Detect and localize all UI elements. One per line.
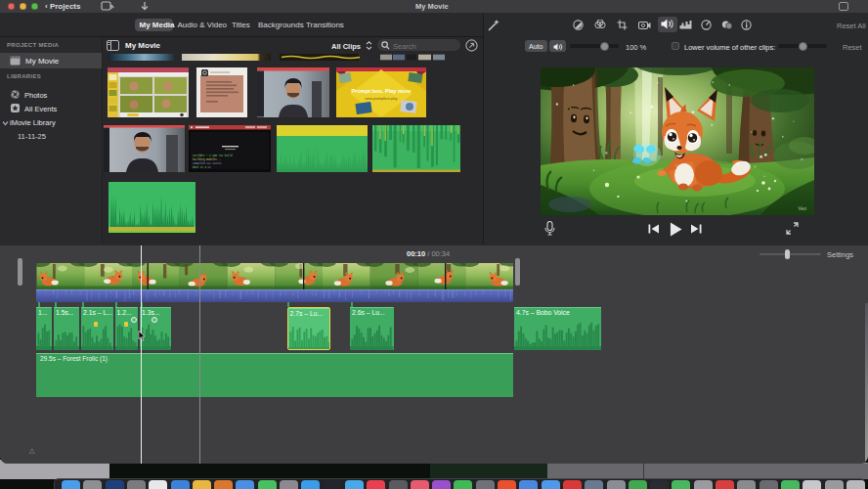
svg-text:Veo: Veo <box>798 205 806 211</box>
svg-text:building modules...: building modules... <box>193 157 222 161</box>
svg-text:user@dev ~ % npm run build: user@dev ~ % npm run build <box>193 154 233 157</box>
svg-text:done in 3.2s: done in 3.2s <box>193 165 211 169</box>
svg-text:Prompt less. Play more: Prompt less. Play more <box>352 88 412 94</box>
svg-text:compiled 214 assets: compiled 214 assets <box>193 161 222 165</box>
svg-text:www.promptless.play: www.promptless.play <box>366 97 398 101</box>
